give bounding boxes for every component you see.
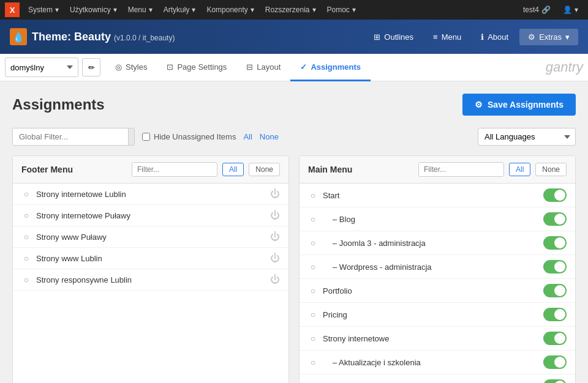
list-item: ○ Strony internetowe Lublin ⏻ [13,184,288,205]
toggle-switch[interactable] [543,212,567,226]
filter-bar: 🔍 Hide Unassigned Items All None All Lan… [12,128,576,146]
footer-none-button[interactable]: None [249,163,280,176]
toggle-switch[interactable] [543,260,567,273]
toggle-switch[interactable] [543,308,567,321]
item-bullet: ○ [308,310,318,319]
toggle-switch[interactable] [543,332,567,345]
joomla-logo[interactable]: X [5,2,20,17]
item-bullet: ○ [308,214,318,224]
power-icon[interactable]: ⏻ [270,210,280,221]
item-label: – Aktualizacje i szkolenia [323,358,538,367]
list-item: ○ – Blog [300,207,575,231]
power-icon[interactable]: ⏻ [270,188,280,199]
nav-articles[interactable]: Artykuły ▾ [159,0,201,20]
gantry-logo: gantry [546,59,583,75]
item-bullet: ○ [21,253,31,263]
main-all-button[interactable]: All [509,163,530,176]
list-item: ○ Strony www Lublin ⏻ [13,248,288,269]
theme-title: 💧 Theme: Beauty (v1.0.0 / it_beauty) [10,28,175,45]
item-bullet: ○ [308,190,318,200]
theme-version: (v1.0.0 / it_beauty) [114,34,175,42]
list-item: ○ – Strony Responsywne [300,374,575,383]
about-button[interactable]: ℹ About [472,29,517,45]
list-item: ○ Strony internetowe Puławy ⏻ [13,205,288,226]
nav-user-menu[interactable]: 👤 ▾ [558,0,583,20]
item-bullet: ○ [308,262,318,272]
toggle-switch[interactable] [543,284,567,297]
main-none-button[interactable]: None [535,163,567,176]
global-filter-search-button[interactable]: 🔍 [128,128,135,145]
filter-none-link[interactable]: None [260,132,279,141]
assignments-icon: ✓ [300,62,307,72]
theme-bar: 💧 Theme: Beauty (v1.0.0 / it_beauty) ⊞ O… [0,20,588,54]
item-bullet: ○ [21,189,31,199]
nav-users[interactable]: Użytkownicy ▾ [65,0,122,20]
hide-unassigned-label: Hide Unassigned Items [142,132,236,141]
nav-help[interactable]: Pomoc ▾ [322,0,361,20]
filter-all-link[interactable]: All [243,132,252,141]
info-icon: ℹ [481,32,484,42]
item-label: – Wordpress - administracja [323,262,538,272]
menu-button[interactable]: ≡ Menu [424,29,470,45]
item-label: Strony internetowe Lublin [36,190,265,199]
list-item: ○ – Joomla 3 - administracja [300,231,575,255]
edit-profile-button[interactable]: ✏ [82,58,100,76]
item-label: – Blog [323,215,538,224]
page-header: Assignments ⚙ Save Assignments [12,94,576,116]
power-icon[interactable]: ⏻ [270,274,280,285]
item-label: Strony internetowe [323,334,538,343]
tab-assignments[interactable]: ✓ Assignments [290,54,371,81]
item-bullet: ○ [308,333,318,343]
footer-menu-header: Footer Menu 🔍 All None [13,156,288,184]
styles-icon: ◎ [115,62,122,72]
main-menu-panel: Main Menu 🔍 All None ○ Start [299,155,576,383]
save-assignments-button[interactable]: ⚙ Save Assignments [462,94,576,116]
list-item: ○ Strony www Puławy ⏻ [13,226,288,248]
footer-filter-container: 🔍 [132,162,217,177]
footer-filter-input[interactable] [132,163,217,176]
item-label: – Joomla 3 - administracja [323,239,538,248]
nav-menu[interactable]: Menu ▾ [123,0,157,20]
footer-menu-items: ○ Strony internetowe Lublin ⏻ ○ Strony i… [13,184,288,291]
footer-menu-title: Footer Menu [21,165,127,174]
item-label: Strony www Puławy [36,232,265,242]
hide-unassigned-checkbox[interactable] [142,133,150,141]
toggle-switch[interactable] [543,188,567,202]
theme-icon: 💧 [10,28,27,45]
tab-styles[interactable]: ◎ Styles [105,54,157,81]
nav-system[interactable]: System ▾ [23,0,64,20]
item-bullet: ○ [308,238,318,248]
toggle-switch[interactable] [543,355,567,369]
gear-icon: ⚙ [528,32,535,42]
main-content: Assignments ⚙ Save Assignments 🔍 Hide Un… [0,81,588,383]
language-select[interactable]: All Languages English Polish [478,128,576,146]
toggle-switch[interactable] [543,236,567,250]
nav-extensions[interactable]: Rozszerzenia ▾ [260,0,321,20]
toggle-switch[interactable] [543,379,567,383]
item-bullet: ○ [21,275,31,284]
tab-page-settings[interactable]: ⊡ Page Settings [157,54,236,81]
list-item: ○ Strony responsywne Lublin ⏻ [13,269,288,291]
profile-select[interactable]: domyślny [5,58,78,77]
item-bullet: ○ [21,232,31,242]
page-settings-icon: ⊡ [167,62,173,72]
main-filter-input[interactable] [419,163,504,176]
extras-button[interactable]: ⚙ Extras ▾ [519,29,578,45]
nav-user[interactable]: test4 🔗 [518,0,556,20]
theme-name: Theme: Beauty [32,31,111,43]
list-item: ○ – Wordpress - administracja [300,255,575,279]
nav-components[interactable]: Komponenty ▾ [202,0,258,20]
chevron-down-icon: ▾ [565,32,570,42]
global-filter-input[interactable] [13,128,128,145]
item-label: Strony www Lublin [36,254,265,263]
list-item: ○ Strony internetowe [300,327,575,351]
tab-layout[interactable]: ⊟ Layout [236,54,290,81]
power-icon[interactable]: ⏻ [270,231,280,242]
item-bullet: ○ [308,357,318,367]
power-icon[interactable]: ⏻ [270,253,280,264]
main-filter-container: 🔍 [418,162,504,177]
menus-columns: Footer Menu 🔍 All None ○ Strony internet… [12,155,576,383]
outlines-button[interactable]: ⊞ Outlines [365,29,422,45]
page-title: Assignments [12,96,105,113]
footer-all-button[interactable]: All [222,163,244,176]
